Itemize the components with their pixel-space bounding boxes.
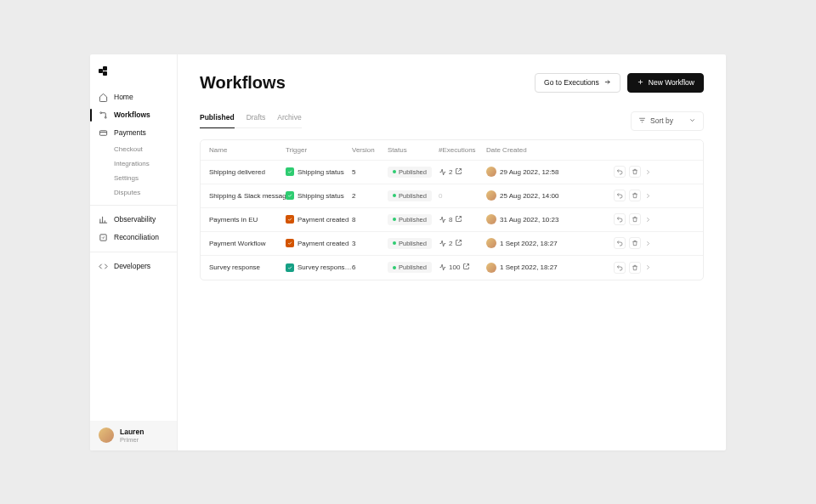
cell-status: Published — [388, 214, 439, 225]
tabs-row: Published Drafts Archive Sort by — [200, 111, 704, 131]
tab-drafts[interactable]: Drafts — [246, 113, 266, 128]
undo-button[interactable] — [614, 166, 626, 178]
svg-rect-1 — [103, 66, 107, 71]
sidebar-item-label: Payments — [114, 128, 146, 137]
status-badge: Published — [388, 238, 432, 249]
trigger-icon — [286, 215, 294, 224]
user-name: Lauren — [120, 428, 144, 436]
trigger-label: Shipping status — [298, 168, 344, 176]
go-to-executions-button[interactable]: Go to Executions — [535, 73, 620, 93]
table-row[interactable]: Payments in EU Payment created 8 Publish… — [201, 208, 703, 232]
external-link-icon[interactable] — [462, 263, 470, 272]
sidebar-sub-integrations[interactable]: Integrations — [90, 156, 177, 171]
col-status: Status — [388, 146, 439, 154]
cell-name: Payment Workflow — [209, 240, 286, 247]
sidebar-item-workflows[interactable]: Workflows — [90, 106, 177, 124]
page-header: Workflows Go to Executions New Workflow — [200, 73, 704, 93]
exec-count: 8 — [449, 216, 452, 224]
user-info: Lauren Primer — [120, 428, 144, 444]
code-icon — [99, 262, 108, 271]
home-icon — [99, 93, 108, 102]
sidebar-item-observability[interactable]: Observability — [90, 211, 177, 229]
trigger-icon — [286, 239, 294, 247]
cell-version: 8 — [352, 216, 388, 224]
status-dot-icon — [393, 194, 396, 197]
chart-icon — [99, 215, 108, 224]
delete-button[interactable] — [629, 262, 641, 274]
date-label: 1 Sept 2022, 18:27 — [500, 263, 558, 271]
trigger-icon — [286, 167, 294, 176]
table-row[interactable]: Shipping & Slack message Shipping status… — [201, 184, 703, 208]
arrow-right-icon — [604, 78, 611, 88]
expand-button[interactable] — [641, 240, 654, 247]
tab-published[interactable]: Published — [200, 113, 235, 128]
cell-version: 2 — [352, 192, 388, 200]
sidebar-item-payments[interactable]: Payments — [90, 124, 177, 142]
cell-status: Published — [388, 238, 439, 249]
delete-button[interactable] — [629, 213, 641, 225]
status-dot-icon — [393, 241, 396, 245]
new-workflow-button[interactable]: New Workflow — [627, 73, 704, 93]
table-row[interactable]: Payment Workflow Payment created 3 Publi… — [201, 232, 703, 256]
svg-rect-2 — [103, 71, 107, 76]
reconciliation-icon — [99, 233, 108, 242]
sidebar-item-reconciliation[interactable]: Reconciliation — [90, 229, 177, 246]
external-link-icon[interactable] — [455, 239, 462, 248]
cell-name: Payments in EU — [209, 216, 286, 224]
trigger-icon — [286, 263, 294, 272]
table-row[interactable]: Survey response Survey response... 6 Pub… — [201, 256, 703, 280]
sidebar-item-home[interactable]: Home — [90, 88, 177, 106]
header-actions: Go to Executions New Workflow — [535, 73, 704, 93]
status-label: Published — [399, 192, 427, 200]
status-dot-icon — [393, 266, 396, 269]
cell-version: 5 — [352, 168, 388, 176]
status-dot-icon — [393, 218, 396, 221]
cell-executions: 2 — [439, 167, 486, 177]
delete-button[interactable] — [629, 237, 641, 249]
external-link-icon[interactable] — [455, 167, 462, 177]
main-content: Workflows Go to Executions New Workflow … — [178, 54, 726, 450]
tab-archive[interactable]: Archive — [277, 113, 301, 128]
sidebar-item-developers[interactable]: Developers — [90, 258, 177, 275]
cell-actions — [588, 213, 641, 225]
exec-count: 2 — [449, 240, 452, 247]
sidebar-sub-settings[interactable]: Settings — [90, 171, 177, 185]
trigger-label: Survey response... — [298, 263, 352, 271]
expand-button[interactable] — [641, 192, 654, 200]
button-label: Go to Executions — [544, 78, 599, 87]
col-trigger: Trigger — [286, 146, 352, 154]
status-dot-icon — [393, 170, 396, 173]
user-card[interactable]: Lauren Primer — [90, 421, 177, 450]
expand-button[interactable] — [641, 168, 654, 176]
cell-trigger: Payment created — [286, 239, 352, 247]
page-title: Workflows — [200, 73, 286, 93]
avatar — [486, 214, 496, 224]
button-label: New Workflow — [649, 78, 694, 87]
svg-rect-5 — [99, 130, 106, 135]
undo-button[interactable] — [614, 190, 626, 201]
col-date: Date Created — [486, 146, 588, 154]
payments-icon — [99, 128, 108, 138]
divider — [90, 205, 177, 206]
expand-button[interactable] — [641, 216, 654, 224]
table-row[interactable]: Shipping delivered Shipping status 5 Pub… — [201, 161, 703, 184]
undo-button[interactable] — [614, 213, 626, 225]
app-window: Home Workflows Payments Checkout Integra… — [90, 54, 726, 450]
sidebar-sub-disputes[interactable]: Disputes — [90, 185, 177, 200]
sort-button[interactable]: Sort by — [631, 111, 704, 131]
avatar — [486, 263, 496, 273]
undo-button[interactable] — [614, 262, 626, 274]
exec-count: 100 — [449, 263, 460, 271]
sort-icon — [638, 116, 646, 126]
undo-button[interactable] — [614, 237, 626, 249]
delete-button[interactable] — [629, 190, 641, 201]
status-badge: Published — [388, 214, 432, 225]
svg-point-4 — [105, 116, 106, 118]
sidebar-sub-checkout[interactable]: Checkout — [90, 142, 177, 156]
avatar — [486, 167, 496, 177]
delete-button[interactable] — [629, 166, 641, 178]
sidebar-item-label: Observability — [114, 215, 156, 224]
expand-button[interactable] — [641, 263, 654, 271]
external-link-icon[interactable] — [455, 215, 462, 224]
nav: Home Workflows Payments Checkout Integra… — [90, 88, 177, 421]
